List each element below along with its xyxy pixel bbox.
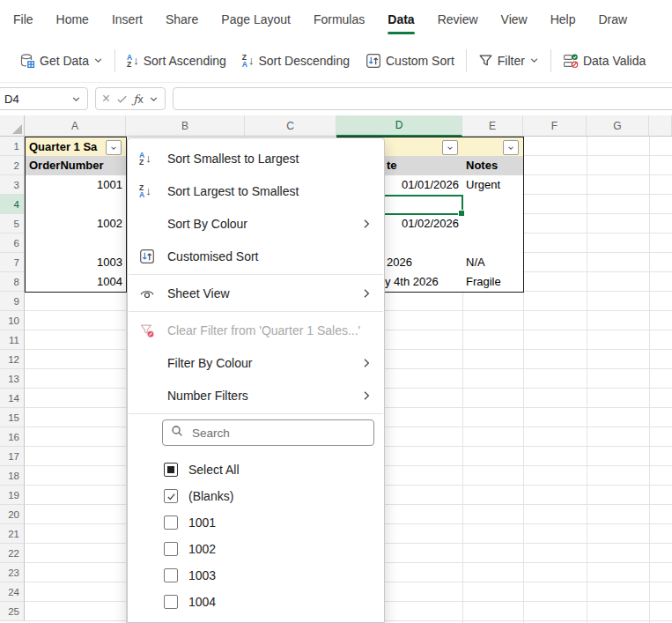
cell-A1[interactable]: Quarter 1 Sa [25, 137, 127, 157]
cell-A7[interactable]: 1003 [25, 253, 127, 273]
select-all-triangle-icon [12, 124, 22, 134]
cell-A4[interactable] [25, 195, 127, 215]
cell-A3[interactable]: 1001 [25, 175, 127, 196]
cell-E3[interactable]: Urgent [462, 175, 524, 196]
row-header-13[interactable]: 13 [0, 369, 25, 389]
filter-dropdown-button-E1[interactable] [503, 140, 519, 155]
cell-E6[interactable] [462, 234, 524, 254]
ribbon-button-filter[interactable]: Filter [470, 47, 547, 75]
ribbon-button-sort-descending[interactable]: ZA↓Sort Descending [234, 47, 358, 75]
filter-value-row-blanks[interactable]: (Blanks) [128, 483, 384, 509]
row-header-16[interactable]: 16 [0, 427, 25, 447]
column-header-e[interactable]: E [462, 115, 523, 137]
ribbon-button-custom-sort[interactable]: Custom Sort [358, 47, 462, 75]
tab-review[interactable]: Review [426, 0, 490, 39]
chevron-down-icon[interactable] [149, 94, 159, 104]
ribbon-button-get-data[interactable]: Get Data [11, 47, 111, 75]
tab-insert[interactable]: Insert [100, 0, 154, 39]
column-header-c[interactable]: C [245, 115, 336, 137]
menu-item-sort-by-colour[interactable]: Sort By Colour [128, 207, 384, 240]
cell-A2[interactable]: OrderNumber [25, 156, 127, 176]
row-header-25[interactable]: 25 [0, 602, 25, 621]
tab-help[interactable]: Help [539, 0, 587, 39]
menu-separator [129, 413, 383, 414]
filter-search-input[interactable] [190, 426, 366, 441]
row-header-18[interactable]: 18 [0, 466, 25, 486]
row-header-22[interactable]: 22 [0, 544, 25, 563]
filter-value-row-1003[interactable]: 1003 [128, 562, 384, 589]
cell-E5[interactable] [462, 214, 524, 234]
row-header-7[interactable]: 7 [0, 253, 25, 272]
cell-E2[interactable]: Notes [462, 156, 524, 176]
filter-dropdown-button-A1[interactable] [106, 140, 122, 155]
cell-A5[interactable]: 1002 [25, 214, 127, 234]
column-header-f[interactable]: F [523, 115, 587, 137]
tab-formulas[interactable]: Formulas [302, 0, 376, 39]
formula-input[interactable] [173, 87, 672, 110]
row-header-21[interactable]: 21 [0, 524, 25, 544]
checkbox-unchecked-icon[interactable] [164, 515, 178, 530]
row-header-23[interactable]: 23 [0, 563, 25, 582]
column-header-g[interactable]: G [587, 115, 649, 137]
checkbox-indeterminate-icon[interactable] [164, 463, 178, 477]
column-header-b[interactable]: B [126, 115, 245, 137]
row-header-11[interactable]: 11 [0, 330, 25, 350]
tab-draw[interactable]: Draw [587, 0, 639, 39]
menu-item-number-filters[interactable]: Number Filters [128, 379, 384, 412]
cell-E4[interactable] [462, 195, 524, 215]
row-header-15[interactable]: 15 [0, 408, 25, 427]
fill-handle[interactable] [458, 210, 465, 217]
fx-icon[interactable]: ƒx [133, 93, 143, 106]
tab-data[interactable]: Data [376, 0, 425, 39]
checkbox-checked-icon[interactable] [164, 489, 178, 503]
cell-A6[interactable] [25, 234, 127, 254]
row-header-1[interactable]: 1 [0, 137, 25, 156]
cell-E1[interactable] [462, 137, 524, 157]
row-header-2[interactable]: 2 [0, 156, 25, 175]
filter-value-row-1004[interactable]: 1004 [128, 589, 384, 615]
row-header-9[interactable]: 9 [0, 292, 25, 311]
menu-item-customised-sort[interactable]: Customised Sort [128, 240, 384, 272]
cancel-icon[interactable]: × [102, 92, 110, 106]
row-header-6[interactable]: 6 [0, 234, 25, 253]
row-header-20[interactable]: 20 [0, 505, 25, 524]
menu-item-sheet-view[interactable]: Sheet View [128, 277, 384, 309]
row-header-4[interactable]: 4 [0, 195, 25, 214]
checkbox-unchecked-icon[interactable] [164, 595, 178, 609]
ribbon-button-sort-ascending[interactable]: AZ↓Sort Ascending [119, 47, 234, 75]
filter-value-row-1002[interactable]: 1002 [128, 536, 384, 562]
menu-item-sort-largest-to-smallest[interactable]: ZA↓Sort Largest to Smallest [128, 174, 384, 207]
row-header-3[interactable]: 3 [0, 175, 25, 195]
filter-dropdown-button-D1[interactable] [442, 140, 458, 155]
tab-home[interactable]: Home [45, 0, 100, 39]
cell-E8[interactable]: Fragile [462, 272, 524, 293]
row-header-5[interactable]: 5 [0, 214, 25, 234]
tab-file[interactable]: File [2, 0, 45, 39]
tab-view[interactable]: View [490, 0, 539, 39]
tab-share[interactable]: Share [154, 0, 210, 39]
cell-A8[interactable]: 1004 [25, 272, 127, 293]
row-header-12[interactable]: 12 [0, 350, 25, 369]
check-icon[interactable] [116, 93, 128, 105]
row-header-19[interactable]: 19 [0, 486, 25, 505]
checkbox-unchecked-icon[interactable] [164, 542, 178, 556]
filter-value-row-select-all[interactable]: Select All [128, 456, 384, 483]
column-header-d[interactable]: D [336, 115, 462, 137]
chevron-down-icon[interactable] [71, 94, 81, 104]
menu-item-filter-by-colour[interactable]: Filter By Colour [128, 346, 384, 379]
column-header-a[interactable]: A [25, 115, 126, 137]
row-header-24[interactable]: 24 [0, 582, 25, 602]
tab-page-layout[interactable]: Page Layout [210, 0, 302, 39]
row-header-10[interactable]: 10 [0, 311, 25, 330]
cell-E7[interactable]: N/A [462, 253, 524, 273]
row-header-17[interactable]: 17 [0, 447, 25, 466]
name-box[interactable]: D4 [0, 87, 88, 110]
filter-search-box[interactable] [162, 419, 374, 446]
checkbox-unchecked-icon[interactable] [164, 568, 178, 582]
filter-value-row-1001[interactable]: 1001 [128, 509, 384, 536]
ribbon-button-data-valida[interactable]: Data Valida [555, 47, 654, 75]
row-header-14[interactable]: 14 [0, 389, 25, 408]
menu-item-sort-smallest-to-largest[interactable]: AZ↓Sort Smallest to Largest [128, 142, 384, 174]
row-header-8[interactable]: 8 [0, 272, 25, 292]
select-all-corner[interactable] [0, 115, 25, 137]
